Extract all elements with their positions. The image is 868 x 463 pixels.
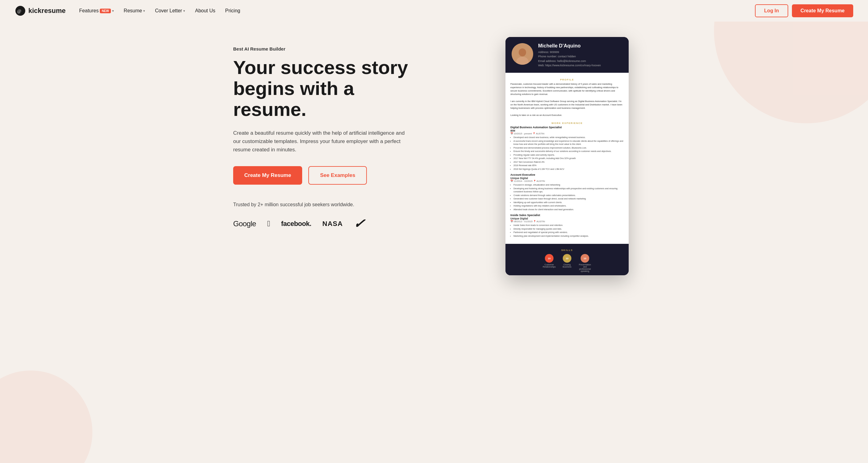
resume-body: PROFILE Passionate, customer-focused lea… — [505, 73, 629, 244]
job-2-company: Unique Digital — [510, 177, 624, 180]
svg-point-3 — [519, 49, 526, 56]
trust-logos: Google  facebook. NASA ✓ — [233, 216, 424, 231]
skills-label: SKILLS — [510, 247, 624, 253]
resume-card: Michelle D'Aquino Address: 909999 Phone … — [505, 37, 629, 275]
job-1-title: Digital Business Automation Specialist — [510, 126, 624, 129]
hero-section: Best AI Resume Builder Your success stor… — [218, 22, 650, 275]
job-3-bullets: Inside Sales from leads to conversion an… — [510, 224, 624, 238]
job-2-bullets: Focused in storage, virtualization and n… — [510, 183, 624, 211]
nav-link-cover-letter[interactable]: Cover Letter ▾ — [151, 5, 189, 16]
nav-link-about[interactable]: About Us — [191, 5, 219, 16]
hero-description: Create a beautiful resume quickly with t… — [233, 129, 406, 154]
skill-circle-customer: 10 — [545, 254, 554, 263]
nav-item-resume[interactable]: Resume ▾ — [120, 5, 149, 16]
contact-web: Web: https://www.kickresume.com/cv/mary-… — [538, 63, 601, 67]
trust-text: Trusted by 2+ million successful job see… — [233, 202, 424, 207]
contact-email: Email address: hello@kickresume.com — [538, 59, 601, 63]
nav-item-about[interactable]: About Us — [191, 5, 219, 16]
resume-skills-section: SKILLS 10 Customer Relationships 10 Clos… — [505, 244, 629, 275]
contact-phone: Phone number: contact hidden — [538, 54, 601, 59]
avatar-svg — [512, 43, 533, 65]
contact-address: Address: 909999 — [538, 50, 601, 54]
apple-logo:  — [267, 219, 270, 228]
features-badge: NEW — [100, 9, 111, 13]
job-3-dates: 📅 08/2013 - 01/2015 📍 AUSTIN — [510, 220, 624, 223]
job-1-dates: 📅 10/2015 - present 📍 AUSTIN — [510, 132, 624, 135]
logo-link[interactable]: @ kickresume — [15, 5, 66, 16]
job-1: Digital Business Automation Specialist I… — [510, 126, 624, 171]
nav-item-features[interactable]: Features NEW ▾ — [75, 5, 117, 16]
profile-text: Passionate, customer-focused leader with… — [510, 82, 624, 117]
job-3-title: Inside Sales Specialist — [510, 213, 624, 217]
resume-name: Michelle D'Aquino — [538, 43, 601, 49]
features-chevron: ▾ — [112, 9, 114, 13]
skill-customer: 10 Customer Relationships — [541, 254, 557, 272]
hero-title: Your success story begins with a resume. — [233, 57, 424, 120]
login-button[interactable]: Log In — [755, 4, 788, 17]
hero-subtitle: Best AI Resume Builder — [233, 46, 424, 52]
skill-closing: 10 Closing Business — [559, 254, 575, 272]
nav-right: Log In Create My Resume — [755, 4, 853, 17]
resume-card-wrapper: Michelle D'Aquino Address: 909999 Phone … — [505, 37, 635, 275]
job-3-company: Unique Digital — [510, 217, 624, 220]
skill-label-closing: Closing Business — [559, 264, 575, 268]
skill-label-presentation: Presentation and professional speaking — [577, 264, 593, 272]
skills-badges: 10 Customer Relationships 10 Closing Bus… — [510, 254, 624, 272]
nike-logo: ✓ — [353, 216, 366, 231]
resume-contact: Address: 909999 Phone number: contact hi… — [538, 50, 601, 68]
resume-chevron: ▾ — [143, 9, 145, 13]
nav-link-resume[interactable]: Resume ▾ — [120, 5, 149, 16]
resume-name-block: Michelle D'Aquino Address: 909999 Phone … — [538, 43, 601, 68]
logo-icon: @ — [15, 5, 26, 16]
hero-buttons: Create My Resume See Examples — [233, 166, 424, 185]
job-1-bullets: Developed and closed new business, while… — [510, 136, 624, 171]
cover-letter-chevron: ▾ — [183, 9, 185, 13]
skill-label-customer: Customer Relationships — [541, 264, 557, 268]
facebook-logo: facebook. — [281, 220, 311, 228]
nav-item-pricing[interactable]: Pricing — [221, 5, 244, 16]
nav-left: @ kickresume Features NEW ▾ Resume ▾ — [15, 5, 244, 16]
hero-content: Best AI Resume Builder Your success stor… — [233, 40, 424, 231]
resume-header: Michelle D'Aquino Address: 909999 Phone … — [505, 37, 629, 73]
nav-link-features[interactable]: Features NEW ▾ — [75, 5, 117, 16]
work-label: WORK EXPERIENCE — [510, 120, 624, 126]
job-3: Inside Sales Specialist Unique Digital 📅… — [510, 213, 624, 238]
job-2: Account Executive Unique Digital 📅 11/20… — [510, 173, 624, 211]
avatar — [512, 43, 533, 65]
google-logo: Google — [233, 220, 256, 228]
job-1-company: IBM — [510, 129, 624, 132]
svg-text:@: @ — [17, 9, 21, 13]
skill-circle-closing: 10 — [563, 254, 571, 263]
create-resume-hero-button[interactable]: Create My Resume — [233, 166, 302, 185]
job-2-dates: 📅 11/2014 - 10/2015 📍 AUSTIN — [510, 180, 624, 182]
nasa-logo: NASA — [322, 220, 343, 228]
skill-circle-presentation: 10 — [581, 254, 589, 263]
nav-link-pricing[interactable]: Pricing — [221, 5, 244, 16]
skill-presentation: 10 Presentation and professional speakin… — [577, 254, 593, 272]
logo-text: kickresume — [28, 7, 66, 15]
profile-label: PROFILE — [510, 77, 624, 82]
navigation: @ kickresume Features NEW ▾ Resume ▾ — [0, 0, 868, 22]
create-resume-nav-button[interactable]: Create My Resume — [792, 4, 853, 17]
nav-item-cover-letter[interactable]: Cover Letter ▾ — [151, 5, 189, 16]
bg-decoration-2 — [0, 371, 92, 463]
see-examples-button[interactable]: See Examples — [308, 166, 367, 185]
nav-links: Features NEW ▾ Resume ▾ Cover Letter ▾ — [75, 5, 244, 16]
job-2-title: Account Executive — [510, 173, 624, 176]
